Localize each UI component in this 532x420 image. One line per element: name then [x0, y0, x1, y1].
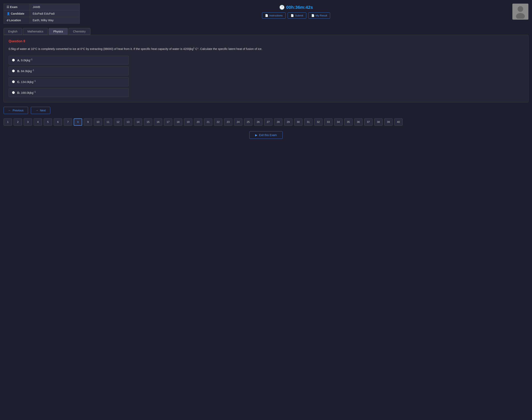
instructions-button[interactable]: 📄 Instructions [262, 13, 286, 19]
clock-icon: 🕐 [279, 5, 285, 10]
my-result-button[interactable]: 📄 My Result [308, 13, 330, 19]
question-number-2[interactable]: 2 [14, 119, 22, 126]
next-button[interactable]: → Next [31, 107, 50, 114]
submit-button[interactable]: 📄 Submit [288, 13, 306, 19]
question-number-10[interactable]: 10 [94, 119, 102, 126]
question-number-15[interactable]: 15 [144, 119, 152, 126]
option-d-sup: −1 [33, 91, 36, 93]
question-number-40[interactable]: 40 [394, 119, 403, 126]
next-label: Next [40, 109, 46, 112]
top-bar: ☷ Exam JAMB 👤 Candidate EduPadi EduPadi … [4, 4, 528, 24]
exit-icon: ▶ [255, 134, 257, 137]
option-c-radio[interactable] [12, 80, 15, 83]
option-b-radio[interactable] [12, 70, 15, 72]
question-number-3[interactable]: 3 [24, 119, 32, 126]
option-b-sup: −1 [32, 69, 34, 71]
result-icon: 📄 [311, 14, 314, 17]
question-number-6[interactable]: 6 [54, 119, 62, 126]
question-number-4[interactable]: 4 [34, 119, 42, 126]
option-a-label: A. 9.0kjkg−1 [17, 58, 32, 62]
tab-bar: English Mathematics Physics Chemistry [4, 28, 528, 35]
option-a[interactable]: A. 9.0kjkg−1 [9, 56, 129, 64]
location-row: ☌ Location Earth, Milky Way [4, 17, 80, 24]
question-label: Question 8 [9, 40, 523, 43]
question-number-22[interactable]: 22 [214, 119, 222, 126]
option-a-sup: −1 [30, 58, 32, 60]
option-d-radio[interactable] [12, 91, 15, 94]
question-number-8[interactable]: 8 [74, 119, 82, 126]
exit-button[interactable]: ▶ Exit this Exam [249, 131, 283, 139]
svg-point-1 [516, 13, 525, 19]
question-number-24[interactable]: 24 [234, 119, 242, 126]
candidate-row: 👤 Candidate EduPadi EduPadi [4, 10, 80, 17]
question-number-19[interactable]: 19 [184, 119, 192, 126]
tab-mathematics[interactable]: Mathematics [23, 28, 48, 35]
location-value: Earth, Milky Way [30, 17, 80, 24]
question-number-34[interactable]: 34 [334, 119, 342, 126]
previous-button[interactable]: ← Previous [4, 107, 28, 114]
option-c-sup: −1 [33, 80, 36, 82]
tab-physics[interactable]: Physics [49, 28, 68, 35]
avatar-silhouette [514, 5, 526, 19]
option-c-label: C. 134.0kjkg−1 [17, 80, 36, 84]
question-number-39[interactable]: 39 [384, 119, 393, 126]
question-number-21[interactable]: 21 [204, 119, 212, 126]
question-number-35[interactable]: 35 [344, 119, 353, 126]
question-number-25[interactable]: 25 [244, 119, 252, 126]
arrow-right-icon: → [35, 109, 38, 112]
tab-chemistry[interactable]: Chemistry [69, 28, 90, 35]
timer-value: 00h:36m:42s [286, 5, 313, 10]
question-number-20[interactable]: 20 [194, 119, 202, 126]
action-buttons: 📄 Instructions 📄 Submit 📄 My Result [262, 13, 330, 19]
person-icon: 👤 [7, 12, 10, 15]
question-number-31[interactable]: 31 [304, 119, 312, 126]
options-list: A. 9.0kjkg−1 B. 84.0kjkg−1 C. 134.0kjkg−… [9, 56, 523, 97]
question-number-14[interactable]: 14 [134, 119, 142, 126]
question-number-33[interactable]: 33 [324, 119, 332, 126]
question-number-13[interactable]: 13 [124, 119, 132, 126]
question-number-28[interactable]: 28 [274, 119, 282, 126]
submit-icon: 📄 [291, 14, 294, 17]
question-number-16[interactable]: 16 [154, 119, 162, 126]
question-text: 0.5kg of water at 10°C is completely con… [9, 46, 523, 51]
arrow-left-icon: ← [8, 109, 11, 112]
location-label: ☌ Location [4, 17, 30, 24]
question-number-38[interactable]: 38 [374, 119, 383, 126]
svg-point-0 [517, 6, 523, 12]
option-d[interactable]: D. 168.0kjkg−1 [9, 88, 129, 97]
question-text-part1: 0.5kg of water at 10°C is completely con… [9, 47, 193, 50]
avatar [512, 4, 528, 20]
question-panel: Question 8 0.5kg of water at 10°C is com… [4, 35, 528, 102]
option-b[interactable]: B. 84.0kjkg−1 [9, 67, 129, 75]
question-grid: 1234567891011121314151617181920212223242… [4, 119, 528, 126]
question-number-1[interactable]: 1 [4, 119, 12, 126]
question-number-27[interactable]: 27 [264, 119, 272, 126]
candidate-label: 👤 Candidate [4, 10, 30, 17]
candidate-value: EduPadi EduPadi [30, 10, 80, 17]
question-number-37[interactable]: 37 [364, 119, 372, 126]
option-a-radio[interactable] [12, 59, 15, 61]
question-number-23[interactable]: 23 [224, 119, 232, 126]
question-number-17[interactable]: 17 [164, 119, 172, 126]
question-number-12[interactable]: 12 [114, 119, 122, 126]
location-icon: ☌ [7, 19, 8, 22]
option-b-label: B. 84.0kjkg−1 [17, 69, 34, 73]
question-number-29[interactable]: 29 [284, 119, 293, 126]
option-d-label: D. 168.0kjkg−1 [17, 91, 36, 94]
instructions-icon: 📄 [265, 14, 268, 17]
nav-buttons: ← Previous → Next [4, 107, 528, 114]
question-number-32[interactable]: 32 [314, 119, 323, 126]
question-number-26[interactable]: 26 [254, 119, 262, 126]
question-number-36[interactable]: 36 [354, 119, 363, 126]
option-c[interactable]: C. 134.0kjkg−1 [9, 77, 129, 86]
question-text-part2: C°. Calculate the specific latent heat o… [194, 47, 262, 50]
question-number-18[interactable]: 18 [174, 119, 182, 126]
exam-value: JAMB [30, 4, 80, 10]
question-number-30[interactable]: 30 [294, 119, 302, 126]
question-number-7[interactable]: 7 [64, 119, 72, 126]
question-number-9[interactable]: 9 [84, 119, 92, 126]
question-number-5[interactable]: 5 [44, 119, 52, 126]
question-number-11[interactable]: 11 [104, 119, 112, 126]
tab-english[interactable]: English [4, 28, 22, 35]
exam-row: ☷ Exam JAMB [4, 4, 80, 10]
